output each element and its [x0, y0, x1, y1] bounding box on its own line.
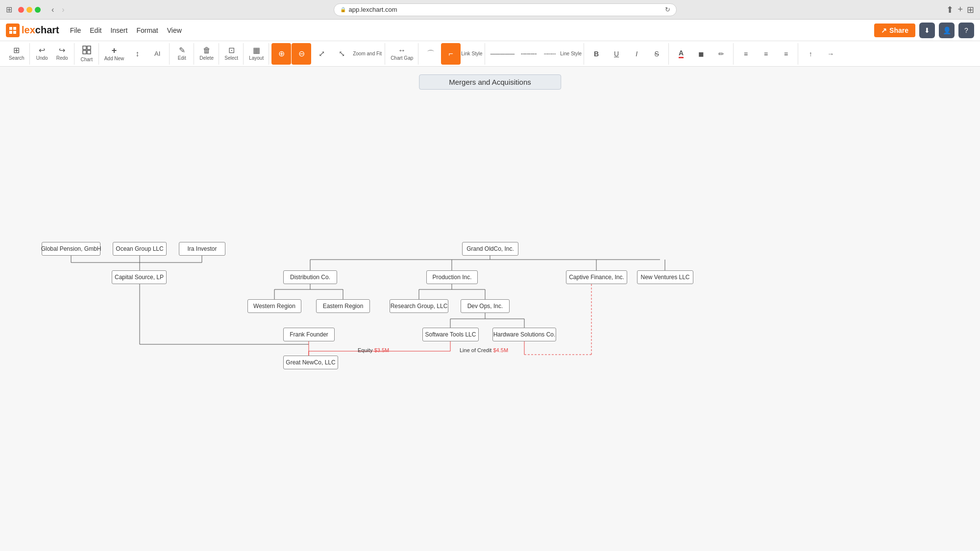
- zoom-collapse-icon: ⤡: [339, 50, 345, 58]
- node-great-newco[interactable]: Great NewCo, LLC: [283, 356, 338, 369]
- node-production[interactable]: Production Inc.: [426, 270, 478, 284]
- node-frank-founder[interactable]: Frank Founder: [283, 328, 335, 341]
- maximize-btn[interactable]: [35, 7, 41, 13]
- forward-btn[interactable]: ›: [59, 4, 67, 15]
- node-research-group[interactable]: Research Group, LLC: [390, 299, 448, 313]
- highlight-icon: ◼: [698, 50, 704, 58]
- align-left-btn[interactable]: ≡: [736, 43, 756, 65]
- highlight-btn[interactable]: ◼: [691, 43, 711, 65]
- underline-btn[interactable]: U: [607, 43, 626, 65]
- redo-btn[interactable]: ↪ Redo: [52, 43, 72, 65]
- zoom-alt-btn[interactable]: ⊖: [292, 43, 311, 65]
- node-ira-investor[interactable]: Ira Investor: [179, 242, 225, 256]
- node-global-pension[interactable]: Global Pension, GmbH: [42, 242, 100, 256]
- select-btn[interactable]: ⊡ Select: [221, 43, 241, 65]
- menu-edit[interactable]: Edit: [86, 24, 105, 36]
- node-software-tools[interactable]: Software Tools LLC: [422, 328, 479, 341]
- node-eastern-region[interactable]: Eastern Region: [316, 299, 370, 313]
- equity-value: $3.5M: [374, 347, 390, 353]
- align-right-icon: ≡: [784, 50, 788, 58]
- pen-icon: ✏: [718, 50, 724, 58]
- new-tab-btn[interactable]: +: [957, 4, 963, 15]
- menu-view[interactable]: View: [163, 24, 186, 36]
- select-group: ⊡ Select: [220, 43, 244, 65]
- font-color-btn[interactable]: A: [671, 43, 691, 65]
- download-btn[interactable]: ⬇: [919, 23, 935, 38]
- delete-btn[interactable]: 🗑 Delete: [196, 43, 217, 65]
- line-solid-icon: ─────: [490, 50, 515, 57]
- add-new-btn[interactable]: + Add New: [101, 43, 127, 65]
- close-btn[interactable]: [18, 7, 24, 13]
- node-hardware-solutions[interactable]: Hardware Solutions Co.: [492, 328, 556, 341]
- sidebar-toggle-btn[interactable]: ⊞: [6, 5, 12, 14]
- help-btn[interactable]: ?: [958, 23, 974, 38]
- font-color-icon: A: [679, 49, 684, 58]
- font-group: B U I S: [585, 43, 669, 65]
- node-new-ventures[interactable]: New Ventures LLC: [637, 270, 693, 284]
- pos-right-btn[interactable]: →: [821, 43, 840, 65]
- zoom-collapse-btn[interactable]: ⤡: [332, 43, 351, 65]
- search-btn[interactable]: ⊞ Search: [6, 43, 27, 65]
- back-btn[interactable]: ‹: [49, 4, 57, 15]
- minimize-btn[interactable]: [26, 7, 32, 13]
- delete-group: 🗑 Delete: [195, 43, 219, 65]
- select-icon: ⊡: [228, 47, 235, 54]
- bold-btn[interactable]: B: [587, 43, 606, 65]
- align-right-btn[interactable]: ≡: [776, 43, 796, 65]
- link-style-btn2[interactable]: ⌐: [441, 43, 461, 65]
- svg-rect-3: [13, 31, 16, 34]
- layout-group: ▦ Layout: [244, 43, 269, 65]
- node-distribution[interactable]: Distribution Co.: [283, 270, 337, 284]
- tabs-btn[interactable]: ⊞: [967, 4, 974, 15]
- share-icon: ↗: [881, 26, 887, 34]
- reload-icon[interactable]: ↻: [665, 6, 670, 13]
- search-icon: ⊞: [13, 47, 20, 54]
- node-grand-oldco[interactable]: Grand OldCo, Inc.: [462, 242, 518, 256]
- align-center-btn[interactable]: ≡: [756, 43, 776, 65]
- node-captive-finance[interactable]: Captive Finance, Inc.: [566, 270, 627, 284]
- pen-btn[interactable]: ✏: [711, 43, 731, 65]
- pos-up-btn[interactable]: ↑: [801, 43, 820, 65]
- add-variant-btn[interactable]: ↕: [127, 43, 147, 65]
- node-dev-ops[interactable]: Dev Ops, Inc.: [461, 299, 510, 313]
- zoom-expand-icon: ⤢: [318, 50, 325, 58]
- credit-label: Line of Credit $4.5M: [460, 347, 508, 353]
- address-bar[interactable]: 🔒 app.lexchart.com ↻: [334, 3, 677, 16]
- add-ai-btn[interactable]: AI: [147, 43, 167, 65]
- node-western-region[interactable]: Western Region: [247, 299, 301, 313]
- italic-btn[interactable]: I: [627, 43, 646, 65]
- strikethrough-btn[interactable]: S: [647, 43, 666, 65]
- zoom-expand-btn[interactable]: ⤢: [312, 43, 331, 65]
- edit-btn[interactable]: ✎ Edit: [172, 43, 192, 65]
- link-style-group: ⌒ ⌐ Link Style: [419, 43, 485, 65]
- line-dotted-btn[interactable]: ┄┄┄: [540, 43, 560, 65]
- chart-gap-group: ↔ Chart Gap: [386, 43, 418, 65]
- color-group: A ◼ ✏: [669, 43, 734, 65]
- line-dashed-btn[interactable]: ╌╌╌╌: [518, 43, 539, 65]
- undo-btn[interactable]: ↩ Undo: [32, 43, 52, 65]
- menu-file[interactable]: File: [66, 24, 85, 36]
- menu-insert[interactable]: Insert: [106, 24, 131, 36]
- line-dotted-icon: ┄┄┄: [544, 50, 556, 57]
- add-variant-icon: ↕: [135, 50, 139, 58]
- link-style-btn1[interactable]: ⌒: [421, 43, 441, 65]
- chart-gap-btn[interactable]: ↔ Chart Gap: [388, 43, 416, 65]
- add-icon: +: [112, 46, 117, 55]
- zoom-fit-btn[interactable]: ⊕: [271, 43, 291, 65]
- line-solid-btn[interactable]: ─────: [488, 43, 518, 65]
- line-style-label: Line Style: [560, 51, 582, 56]
- link-style-icon2: ⌐: [449, 50, 453, 58]
- browser-chrome: ⊞ ‹ › 🔒 app.lexchart.com ↻ ⬆ + ⊞: [0, 0, 980, 20]
- node-capital-source[interactable]: Capital Source, LP: [112, 270, 167, 284]
- canvas[interactable]: Mergers and Acquisitions: [0, 67, 980, 551]
- app: lexchart File Edit Insert Format View ↗ …: [0, 20, 980, 551]
- add-new-group: + Add New ↕ AI: [99, 43, 170, 65]
- share-page-btn[interactable]: ⬆: [946, 4, 954, 15]
- share-button[interactable]: ↗ Share: [874, 24, 915, 37]
- user-btn[interactable]: 👤: [939, 23, 955, 38]
- menu-format[interactable]: Format: [132, 24, 162, 36]
- layout-btn[interactable]: ▦ Layout: [246, 43, 267, 65]
- node-ocean-group[interactable]: Ocean Group LLC: [113, 242, 167, 256]
- chart-btn[interactable]: Chart: [77, 43, 97, 65]
- line-dashed-icon: ╌╌╌╌: [521, 50, 537, 57]
